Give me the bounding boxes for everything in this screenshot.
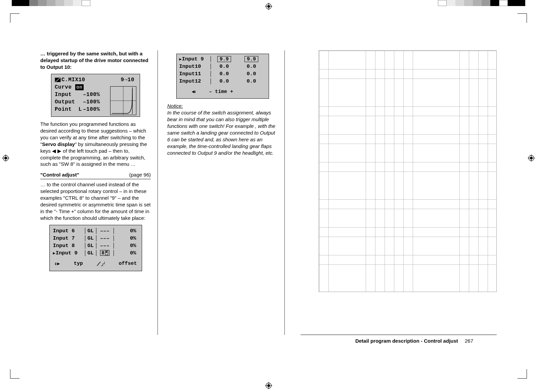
footer-typ: typ bbox=[74, 261, 83, 266]
notice-heading: Notice: bbox=[167, 103, 278, 109]
table-row: Input 8GL–––0% bbox=[50, 242, 142, 249]
control-adjust-heading: "Control adjust" (page 96) bbox=[40, 172, 151, 179]
selector-arrow-icon bbox=[53, 250, 56, 256]
column-2: Input 99.99.9 Input100.00.0 Input110.00.… bbox=[167, 50, 285, 335]
table-row: Input 7GL–––0% bbox=[50, 235, 142, 242]
lcd-time-panel: Input 99.99.9 Input100.00.0 Input110.00.… bbox=[176, 54, 269, 99]
row-label: Point L bbox=[55, 106, 83, 112]
crop-mark bbox=[518, 13, 527, 23]
switch-assignment-box: 8 bbox=[100, 250, 109, 256]
page-ref: (page 96) bbox=[129, 172, 151, 178]
table-row: Input120.00.0 bbox=[177, 78, 269, 85]
registration-mark-icon bbox=[265, 382, 272, 389]
registration-mark-icon bbox=[265, 3, 272, 10]
curve-graph bbox=[110, 86, 136, 115]
footer-rule bbox=[301, 335, 497, 335]
notice-body: In the course of the switch assignment, … bbox=[167, 109, 278, 156]
crop-mark bbox=[10, 13, 19, 23]
footer-offset: offset bbox=[119, 261, 137, 266]
curve-label: Curve bbox=[55, 84, 72, 90]
lcd-cmix-panel: C.MIX10 9→10 Curve on Input–100% Output–… bbox=[51, 74, 140, 117]
column-1: … triggered by the same switch, but with… bbox=[40, 50, 158, 335]
footer-time: – time + bbox=[209, 89, 233, 95]
time-val-b: 9.9 bbox=[244, 56, 258, 62]
time-val-a: 9.9 bbox=[217, 56, 231, 62]
page-number: 267 bbox=[465, 338, 473, 344]
nav-lr-icon: ◀⇕ bbox=[192, 89, 196, 94]
intro-text: … triggered by the same switch, but with… bbox=[40, 50, 151, 70]
row-val: –100% bbox=[83, 106, 100, 112]
crop-mark bbox=[10, 369, 19, 379]
row-label: Output bbox=[55, 99, 83, 105]
color-bar-right bbox=[438, 0, 525, 6]
lcd-footer: ⇕▶ typ offset bbox=[50, 259, 142, 269]
table-row: Input100.00.0 bbox=[177, 63, 269, 70]
para-2: The function you programmed functions as… bbox=[40, 121, 151, 168]
row-label: Input bbox=[55, 92, 83, 98]
lcd-inputs-panel: Input 6GL–––0% Input 7GL–––0% Input 8GL–… bbox=[49, 225, 142, 271]
cmix-title: C.MIX10 bbox=[61, 77, 85, 83]
page-footer: Detail program description - Control adj… bbox=[355, 338, 473, 344]
crop-mark bbox=[518, 369, 527, 379]
notes-grid bbox=[319, 50, 497, 292]
cmix-route: 9→10 bbox=[121, 77, 134, 83]
table-row-selected: Input 9GL80% bbox=[50, 249, 142, 257]
mix-curve-icon bbox=[55, 78, 61, 82]
table-row: Input 6GL–––0% bbox=[50, 227, 142, 235]
row-val: –100% bbox=[83, 99, 100, 105]
registration-mark-icon bbox=[528, 154, 535, 162]
row-val: –100% bbox=[83, 92, 100, 98]
nav-arrows-icon: ⇕▶ bbox=[54, 261, 60, 266]
footer-title: Detail program description - Control adj… bbox=[355, 338, 458, 344]
table-row-selected: Input 99.99.9 bbox=[177, 55, 269, 63]
selector-arrow-icon bbox=[179, 56, 182, 62]
lcd-footer: ◀⇕ – time + bbox=[177, 87, 269, 96]
color-bar-left bbox=[12, 0, 90, 6]
switch-icon bbox=[105, 251, 108, 255]
para-3: … to the control channel used instead of… bbox=[40, 181, 151, 222]
curve-on-badge: on bbox=[75, 84, 84, 90]
table-row: Input110.00.0 bbox=[177, 70, 269, 78]
column-3 bbox=[294, 50, 497, 335]
curve-type-icon bbox=[97, 261, 105, 266]
registration-mark-icon bbox=[2, 154, 9, 162]
